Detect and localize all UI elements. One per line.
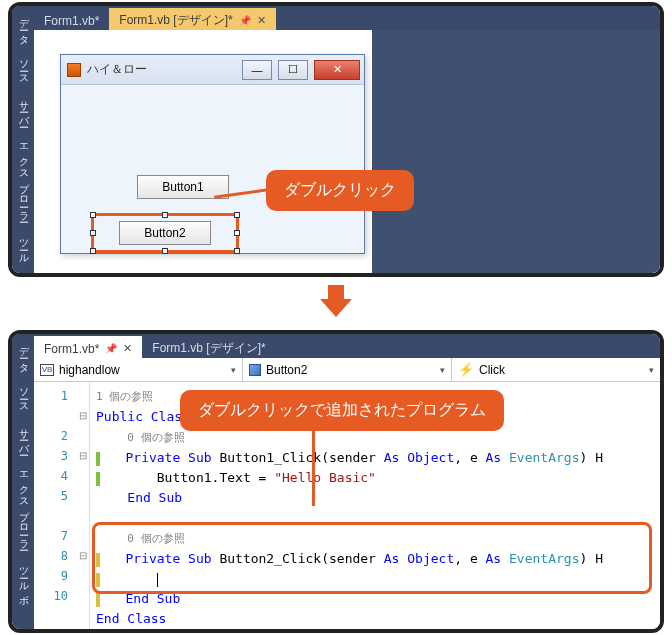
form-window[interactable]: ハイ＆ロー — ☐ ✕ Button1 Button2	[60, 54, 365, 254]
dropdown-label: highandlow	[59, 363, 120, 377]
dropdown-label: Button2	[266, 363, 307, 377]
close-button[interactable]: ✕	[314, 60, 360, 80]
fold-gutter[interactable]: ⊟ ⊟ ⊟	[76, 382, 90, 629]
resize-handle[interactable]	[162, 212, 168, 218]
object-dropdown[interactable]: Button2 ▾	[243, 358, 452, 381]
vertical-toolstrip-top[interactable]: データ ソース サーバー エクスプローラー ツール	[12, 6, 34, 273]
resize-handle[interactable]	[162, 248, 168, 254]
dropdown-label: Click	[479, 363, 505, 377]
tab-label: Form1.vb*	[44, 342, 99, 356]
codelens-ref[interactable]: 1 個の参照	[96, 390, 153, 403]
change-marker	[96, 472, 100, 486]
designer-background	[372, 30, 660, 273]
pin-icon[interactable]: 📌	[239, 15, 251, 26]
callout-added-code: ダブルクリックで追加されたプログラム	[180, 390, 504, 431]
resize-handle[interactable]	[234, 248, 240, 254]
form-titlebar[interactable]: ハイ＆ロー — ☐ ✕	[61, 55, 364, 85]
project-dropdown[interactable]: VB highandlow ▾	[34, 358, 243, 381]
line-number-gutter: 1 2 3 4 5 7 8 9 10	[34, 382, 76, 629]
tab-design[interactable]: Form1.vb [デザイン]* 📌 ✕	[109, 8, 275, 30]
tab-code[interactable]: Form1.vb*	[34, 8, 109, 30]
callout-doubleclick: ダブルクリック	[266, 170, 414, 211]
form-body[interactable]: Button1 Button2	[61, 85, 364, 253]
arrow-down-icon	[0, 281, 672, 324]
object-icon	[249, 364, 261, 376]
tab-label: Form1.vb [デザイン]*	[152, 340, 265, 357]
callout-connector	[312, 430, 315, 506]
close-icon[interactable]: ✕	[257, 14, 266, 27]
navigation-bar: VB highandlow ▾ Button2 ▾ ⚡ Click ▾	[34, 358, 660, 382]
vb-icon: VB	[40, 364, 54, 376]
resize-handle[interactable]	[234, 230, 240, 236]
vertical-toolstrip-bottom[interactable]: データ ソース サーバー エクスプローラー ツールボ	[12, 334, 34, 629]
change-marker	[96, 452, 100, 466]
tab-label: Form1.vb [デザイン]*	[119, 12, 232, 29]
tab-code[interactable]: Form1.vb* 📌 ✕	[34, 336, 142, 358]
minimize-button[interactable]: —	[242, 60, 272, 80]
lightning-icon: ⚡	[458, 362, 474, 377]
tab-bar-top: Form1.vb* Form1.vb [デザイン]* 📌 ✕	[12, 6, 660, 30]
maximize-button[interactable]: ☐	[278, 60, 308, 80]
button2[interactable]: Button2	[119, 221, 211, 245]
change-marker	[96, 593, 100, 607]
tab-design[interactable]: Form1.vb [デザイン]*	[142, 336, 275, 358]
close-icon[interactable]: ✕	[123, 342, 132, 355]
tab-label: Form1.vb*	[44, 14, 99, 28]
event-dropdown[interactable]: ⚡ Click ▾	[452, 358, 660, 381]
resize-handle[interactable]	[90, 212, 96, 218]
chevron-down-icon: ▾	[649, 365, 654, 375]
highlight-new-sub	[92, 522, 652, 594]
form-title: ハイ＆ロー	[87, 61, 236, 78]
chevron-down-icon: ▾	[231, 365, 236, 375]
codelens-ref[interactable]: 0 個の参照	[127, 431, 184, 444]
resize-handle[interactable]	[90, 230, 96, 236]
designer-surface[interactable]: ハイ＆ロー — ☐ ✕ Button1 Button2	[34, 30, 660, 273]
tab-bar-bottom: Form1.vb* 📌 ✕ Form1.vb [デザイン]*	[12, 334, 660, 358]
resize-handle[interactable]	[234, 212, 240, 218]
resize-handle[interactable]	[90, 248, 96, 254]
form-icon	[67, 63, 81, 77]
pin-icon[interactable]: 📌	[105, 343, 117, 354]
chevron-down-icon: ▾	[440, 365, 445, 375]
button2-selection: Button2	[91, 213, 239, 253]
